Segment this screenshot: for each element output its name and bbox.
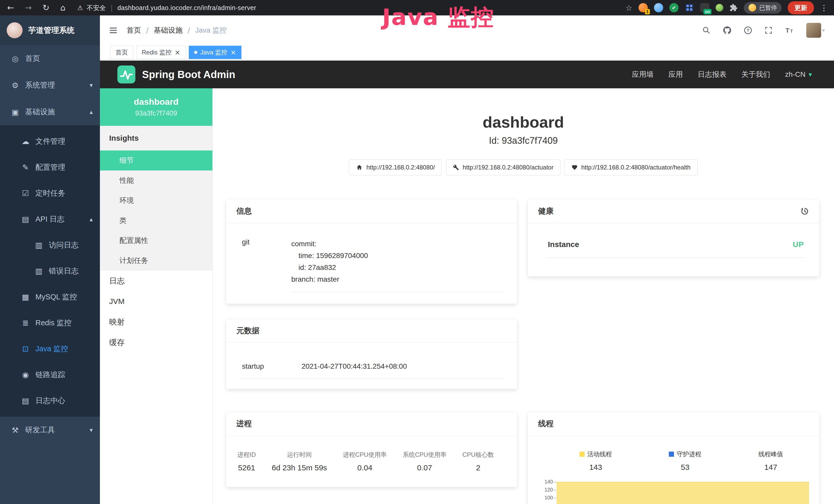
- health-url-button[interactable]: http://192.168.0.2:48080/actuator/health: [565, 159, 698, 175]
- breadcrumb-infrastructure[interactable]: 基础设施: [154, 25, 182, 35]
- svg-text:?: ?: [747, 28, 749, 33]
- browser-menu-icon[interactable]: ⋮: [820, 3, 828, 12]
- sba-nav-wallboard[interactable]: 应用墙: [632, 70, 654, 79]
- sidebar-item-redis-monitor[interactable]: ≣ Redis 监控: [0, 310, 100, 336]
- sidebar-item-scheduled-jobs[interactable]: ☑ 定时任务: [0, 180, 100, 206]
- leaf-extension-icon[interactable]: [716, 4, 723, 12]
- home-nav-icon[interactable]: ⌂: [60, 3, 65, 13]
- history-icon[interactable]: [800, 207, 809, 216]
- process-card-header: 进程: [226, 412, 517, 436]
- sba-menu-caches[interactable]: 缓存: [100, 332, 213, 353]
- peak-threads-legend: 线程峰值 147: [759, 450, 783, 472]
- daemon-threads-swatch: [669, 452, 674, 457]
- browser-window: ← → ↻ ⌂ ⚠ 不安全 | dashboard.yudao.iocoder.…: [0, 0, 834, 504]
- sidebar-item-log-center[interactable]: ▤ 日志中心: [0, 388, 100, 414]
- sba-nav-about[interactable]: 关于我们: [742, 70, 770, 79]
- forward-icon[interactable]: →: [25, 3, 32, 13]
- proxy-extension-icon[interactable]: on: [700, 3, 709, 12]
- sba-nav-applications[interactable]: 应用: [668, 70, 683, 79]
- sba-menu-config-props[interactable]: 配置属性: [100, 231, 213, 251]
- search-icon[interactable]: [702, 26, 711, 35]
- threads-card: 线程 活动线程 143 守护进程: [528, 412, 819, 504]
- process-col-label: 系统CPU使用率: [403, 451, 447, 459]
- chevron-down-icon: ▾: [90, 82, 93, 89]
- sidebar-item-access-logs[interactable]: ▥ 访问日志: [0, 232, 100, 258]
- health-url: http://192.168.0.2:48080/actuator/health: [581, 164, 691, 171]
- sba-instance-header[interactable]: dashboard 93a3fc7f7409: [100, 88, 213, 126]
- fox-extension-icon[interactable]: 1: [639, 3, 648, 12]
- sba-section-insights[interactable]: Insights: [100, 126, 213, 151]
- sba-menu-details[interactable]: 细节: [100, 151, 213, 170]
- check-extension-icon[interactable]: [670, 3, 679, 12]
- wrench-icon: [453, 164, 459, 170]
- close-icon[interactable]: ×: [231, 49, 236, 56]
- actuator-url-button[interactable]: http://192.168.0.2:48080/actuator: [446, 159, 561, 175]
- security-chip[interactable]: ⚠ 不安全: [77, 4, 106, 12]
- user-avatar[interactable]: ▾: [806, 23, 825, 38]
- close-icon[interactable]: ×: [175, 49, 180, 56]
- sba-logo-icon[interactable]: [117, 66, 135, 84]
- breadcrumb-home[interactable]: 首页: [127, 25, 141, 35]
- sidebar-item-infrastructure[interactable]: ▣ 基础设施 ▴: [0, 98, 100, 125]
- process-col-value: 6d 23h 15m 59s: [272, 463, 327, 472]
- sidebar-item-api-logs[interactable]: ▤ API 日志 ▴: [0, 206, 100, 232]
- drop-extension-icon[interactable]: [654, 3, 663, 12]
- help-icon[interactable]: ?: [744, 26, 752, 35]
- sidebar-submenu-infrastructure: ☁ 文件管理 ✎ 配置管理 ☑ 定时任务 ▤ API 日志 ▴ ▥: [0, 125, 100, 417]
- sidebar-item-label: 基础设施: [25, 107, 55, 117]
- grid-extension-icon[interactable]: [685, 3, 694, 12]
- back-icon[interactable]: ←: [7, 3, 14, 13]
- chrome-update-button[interactable]: 更新: [788, 1, 814, 15]
- github-icon[interactable]: [723, 26, 732, 35]
- extension-count-badge: 1: [645, 9, 650, 15]
- sba-menu-jvm[interactable]: JVM: [100, 291, 213, 312]
- font-size-icon[interactable]: TT: [785, 26, 794, 35]
- sba-menu-metrics[interactable]: 性能: [100, 170, 213, 190]
- avatar-image: [806, 23, 821, 38]
- legend-label: 活动线程: [587, 450, 612, 458]
- sba-menu-scheduled-tasks[interactable]: 计划任务: [100, 251, 213, 271]
- bookmark-star-icon[interactable]: ☆: [626, 3, 632, 12]
- heart-icon: [571, 164, 578, 170]
- sba-menu-environment[interactable]: 环境: [100, 190, 213, 210]
- process-col-label: 进程ID: [237, 451, 256, 459]
- sidebar-item-mysql-monitor[interactable]: ▦ MySQL 监控: [0, 284, 100, 310]
- hamburger-icon[interactable]: [100, 26, 127, 35]
- extensions-puzzle-icon[interactable]: [729, 4, 738, 12]
- sba-menu-loggers[interactable]: 日志: [100, 271, 213, 291]
- tab-java-monitor[interactable]: Java 监控 ×: [189, 46, 241, 59]
- process-col-label: CPU核心数: [462, 451, 494, 459]
- sidebar-item-dev-tools[interactable]: ⚒ 研发工具 ▾: [0, 417, 100, 443]
- sidebar-item-file-management[interactable]: ☁ 文件管理: [0, 129, 100, 154]
- sidebar-item-tracing[interactable]: ◉ 链路追踪: [0, 362, 100, 388]
- tab-home[interactable]: 首页: [110, 46, 133, 59]
- tab-label: Java 监控: [200, 48, 227, 56]
- sidebar-item-java-monitor[interactable]: ⊡ Java 监控: [0, 336, 100, 362]
- git-time-line: time: 1596289704000: [291, 250, 503, 261]
- sba-sidebar: dashboard 93a3fc7f7409 Insights 细节 性能 环境…: [100, 88, 213, 504]
- sidebar-menu: ◎ 首页 ⚙ 系统管理 ▾ ▣ 基础设施 ▴ ☁ 文件管理 ✎ 配置管: [0, 45, 100, 443]
- sidebar-item-system[interactable]: ⚙ 系统管理 ▾: [0, 72, 100, 98]
- sidebar-item-home[interactable]: ◎ 首页: [0, 45, 100, 72]
- fullscreen-icon[interactable]: [764, 26, 773, 35]
- paused-badge[interactable]: 已暂停: [744, 2, 782, 14]
- metadata-value: 2021-04-27T00:44:31.254+08:00: [302, 362, 407, 370]
- sidebar-item-error-logs[interactable]: ▥ 错误日志: [0, 258, 100, 284]
- sba-locale-select[interactable]: zh-CN ▾: [785, 70, 812, 78]
- instance-links: http://192.168.0.2:48080/ http://192.168…: [213, 159, 834, 175]
- service-url-button[interactable]: http://192.168.0.2:48080/: [349, 159, 442, 175]
- reload-icon[interactable]: ↻: [43, 3, 49, 13]
- git-id-line: id: 27aa832: [291, 261, 503, 273]
- sba-menu-mappings[interactable]: 映射: [100, 312, 213, 332]
- sba-title[interactable]: Spring Boot Admin: [142, 69, 235, 81]
- address-bar-url[interactable]: dashboard.yudao.iocoder.cn/infra/admin-s…: [117, 4, 256, 12]
- metadata-card-body: startup 2021-04-27T00:44:31.254+08:00: [226, 343, 517, 379]
- browser-toolbar-right: ☆ 1 on 已暂停 更新 ⋮: [626, 1, 834, 15]
- sba-menu-classes[interactable]: 类: [100, 210, 213, 231]
- peak-threads-value: 147: [759, 463, 783, 472]
- sidebar-item-config-management[interactable]: ✎ 配置管理: [0, 154, 100, 180]
- health-instance-label: Instance: [548, 240, 579, 249]
- tab-redis-monitor[interactable]: Redis 监控 ×: [136, 46, 186, 59]
- app-logo[interactable]: 芋道管理系统: [0, 16, 100, 45]
- sba-nav-journal[interactable]: 日志报表: [698, 70, 727, 79]
